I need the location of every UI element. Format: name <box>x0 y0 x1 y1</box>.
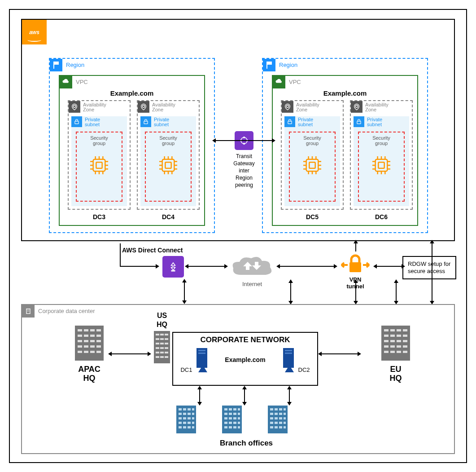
connector <box>184 282 185 300</box>
svg-rect-99 <box>160 334 164 335</box>
aws-logo-icon: aws <box>22 20 47 44</box>
svg-rect-100 <box>165 334 168 335</box>
sg-label: Securitygroup <box>359 135 404 146</box>
connector <box>289 389 290 402</box>
server-icon <box>280 346 297 373</box>
corpnet-title: CORPORATE NETWORK <box>173 335 317 344</box>
vpc-icon <box>273 76 285 88</box>
svg-rect-169 <box>233 408 236 410</box>
region-label: Region <box>279 62 297 68</box>
svg-point-67 <box>243 143 245 145</box>
server-label: DC2 <box>298 366 310 373</box>
svg-rect-203 <box>284 422 286 424</box>
svg-rect-192 <box>270 413 273 415</box>
svg-rect-162 <box>179 426 182 428</box>
architecture-diagram: aws Region VPC Example.com AvailabilityZ… <box>9 9 467 463</box>
svg-rect-129 <box>384 335 389 337</box>
office-building-icon <box>152 329 172 365</box>
region-2: Region VPC Example.com AvailabilityZone <box>262 58 428 233</box>
svg-rect-77 <box>78 329 82 331</box>
office-building-icon <box>71 323 107 363</box>
svg-rect-80 <box>96 329 101 331</box>
svg-rect-1 <box>75 121 79 124</box>
svg-rect-150 <box>179 413 182 415</box>
svg-rect-186 <box>238 426 240 428</box>
svg-rect-86 <box>84 340 88 342</box>
svg-rect-170 <box>238 408 240 410</box>
private-subnet: Privatesubnet Securitygroup <box>71 116 127 206</box>
arrow-tgw-peering <box>216 140 272 141</box>
connector <box>188 266 224 267</box>
svg-rect-73 <box>29 310 29 310</box>
svg-rect-178 <box>238 417 240 419</box>
ec2-instance-icon <box>88 154 110 176</box>
svg-rect-142 <box>390 351 395 353</box>
apac-hq: APACHQ <box>71 323 107 383</box>
svg-rect-96 <box>96 351 101 353</box>
svg-rect-3 <box>96 162 102 168</box>
server-label: DC1 <box>180 366 192 373</box>
domain-label: Example.com <box>60 89 204 97</box>
svg-rect-74 <box>27 311 28 311</box>
svg-rect-195 <box>284 413 286 415</box>
svg-rect-115 <box>165 356 168 358</box>
svg-rect-72 <box>27 310 28 310</box>
connector <box>120 266 156 267</box>
svg-rect-122 <box>285 350 292 351</box>
svg-rect-98 <box>156 334 159 335</box>
svg-rect-50 <box>376 159 388 172</box>
tgw-label: TransitGatewayinterRegionpeering <box>226 153 262 189</box>
eu-hq: EUHQ <box>378 323 414 383</box>
svg-rect-87 <box>90 340 95 342</box>
lock-icon <box>354 116 364 127</box>
svg-rect-102 <box>160 338 164 340</box>
ec2-instance-icon <box>157 154 179 176</box>
sg-label: Securitygroup <box>290 135 335 146</box>
svg-rect-146 <box>179 408 182 410</box>
region-1: Region VPC Example.com AvailabilityZone <box>49 58 215 233</box>
connector <box>280 266 334 267</box>
ec2-instance-icon <box>301 154 323 176</box>
svg-rect-165 <box>192 426 194 428</box>
svg-rect-89 <box>78 345 82 348</box>
corporate-data-center: Corporate data center APACHQ USHQ <box>21 304 455 454</box>
svg-rect-194 <box>279 413 282 415</box>
svg-rect-167 <box>224 408 227 410</box>
internet-cloud-icon <box>230 255 275 279</box>
svg-rect-95 <box>90 351 95 353</box>
branch-offices <box>175 404 289 435</box>
svg-rect-101 <box>156 338 159 340</box>
security-group: Securitygroup <box>76 132 122 202</box>
pin-icon <box>282 101 293 113</box>
svg-rect-118 <box>198 350 205 351</box>
svg-rect-158 <box>179 422 182 424</box>
svg-rect-130 <box>390 335 395 337</box>
sg-label: Securitygroup <box>77 135 122 146</box>
lock-icon <box>71 116 82 127</box>
svg-rect-183 <box>224 426 227 428</box>
svg-rect-133 <box>384 340 389 342</box>
svg-rect-132 <box>403 335 407 337</box>
security-group: Securitygroup <box>145 132 192 202</box>
subnet-label: Privatesubnet <box>298 117 313 127</box>
svg-rect-159 <box>183 422 186 424</box>
svg-rect-188 <box>270 408 273 410</box>
svg-rect-113 <box>156 356 159 358</box>
svg-rect-151 <box>183 413 186 415</box>
branch-building-icon <box>266 404 289 435</box>
direct-connect-label: AWS Direct Connect <box>122 247 183 254</box>
sg-label: Securitygroup <box>146 135 191 146</box>
svg-rect-17 <box>144 121 148 124</box>
svg-rect-140 <box>403 345 407 348</box>
us-hq: USHQ <box>152 311 172 366</box>
vpc-label: VPC <box>289 79 301 85</box>
svg-rect-19 <box>165 162 171 168</box>
svg-rect-191 <box>284 408 286 410</box>
svg-rect-92 <box>96 345 101 348</box>
svg-rect-2 <box>93 159 105 172</box>
svg-rect-84 <box>96 335 101 337</box>
region-flag-icon <box>263 59 275 71</box>
aws-logo-text: aws <box>29 29 39 35</box>
svg-rect-136 <box>403 340 407 342</box>
aws-cloud-container: aws Region VPC Example.com AvailabilityZ… <box>21 19 455 241</box>
